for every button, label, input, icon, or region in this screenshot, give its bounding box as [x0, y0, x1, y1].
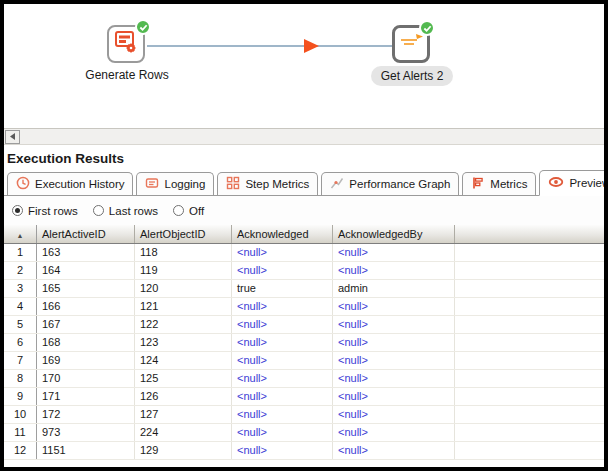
table-cell[interactable]: 121: [135, 298, 232, 315]
table-cell[interactable]: 973: [37, 424, 135, 441]
table-cell[interactable]: <null>: [333, 424, 455, 441]
table-cell[interactable]: 171: [37, 388, 135, 405]
column-header-acknowledgedby[interactable]: AcknowledgedBy: [333, 225, 455, 243]
table-cell-empty[interactable]: [455, 334, 604, 351]
column-header-acknowledged[interactable]: Acknowledged: [232, 225, 333, 243]
table-cell[interactable]: 118: [135, 244, 232, 261]
table-cell[interactable]: 1151: [37, 442, 135, 459]
row-number-cell[interactable]: 3: [4, 280, 37, 297]
tab-logging[interactable]: Logging: [136, 172, 214, 195]
table-cell[interactable]: <null>: [232, 406, 333, 423]
table-row[interactable]: 121151129<null><null>: [4, 442, 604, 460]
column-header-empty[interactable]: [455, 225, 604, 243]
row-number-cell[interactable]: 8: [4, 370, 37, 387]
table-cell[interactable]: <null>: [333, 298, 455, 315]
step-generate-rows[interactable]: [107, 25, 145, 63]
table-cell[interactable]: <null>: [232, 262, 333, 279]
table-cell[interactable]: 170: [37, 370, 135, 387]
step-label-get-alerts-2[interactable]: Get Alerts 2: [357, 69, 467, 83]
table-row[interactable]: 6168123<null><null>: [4, 334, 604, 352]
table-row[interactable]: 7169124<null><null>: [4, 352, 604, 370]
table-cell[interactable]: <null>: [333, 316, 455, 333]
table-cell-empty[interactable]: [455, 424, 604, 441]
tab-step-metrics[interactable]: Step Metrics: [217, 172, 318, 195]
table-row[interactable]: 2164119<null><null>: [4, 262, 604, 280]
column-header-alertactiveid[interactable]: AlertActiveID: [37, 225, 135, 243]
row-number-cell[interactable]: 10: [4, 406, 37, 423]
row-number-cell[interactable]: 6: [4, 334, 37, 351]
table-cell[interactable]: true: [232, 280, 333, 297]
radio-button[interactable]: [173, 205, 184, 216]
table-cell[interactable]: 165: [37, 280, 135, 297]
column-header-alertobjectid[interactable]: AlertObjectID: [135, 225, 232, 243]
radio-option-off[interactable]: Off: [173, 205, 204, 217]
table-cell[interactable]: <null>: [232, 352, 333, 369]
table-cell[interactable]: <null>: [333, 334, 455, 351]
table-cell-empty[interactable]: [455, 352, 604, 369]
row-number-cell[interactable]: 4: [4, 298, 37, 315]
table-cell-empty[interactable]: [455, 388, 604, 405]
table-cell[interactable]: 124: [135, 352, 232, 369]
scroll-left-button[interactable]: [5, 130, 20, 144]
table-cell[interactable]: 224: [135, 424, 232, 441]
table-cell[interactable]: 127: [135, 406, 232, 423]
table-cell[interactable]: 123: [135, 334, 232, 351]
table-cell[interactable]: 126: [135, 388, 232, 405]
radio-button[interactable]: [93, 205, 104, 216]
table-cell[interactable]: <null>: [232, 244, 333, 261]
table-cell[interactable]: 119: [135, 262, 232, 279]
row-number-cell[interactable]: 9: [4, 388, 37, 405]
table-row[interactable]: 4166121<null><null>: [4, 298, 604, 316]
tab-execution-history[interactable]: Execution History: [7, 172, 133, 195]
table-cell[interactable]: <null>: [232, 424, 333, 441]
table-cell[interactable]: admin: [333, 280, 455, 297]
canvas-horizontal-scrollbar[interactable]: [4, 128, 604, 145]
table-cell[interactable]: <null>: [232, 442, 333, 459]
transformation-canvas[interactable]: Generate Rows Get Alerts 2: [4, 4, 604, 128]
row-number-cell[interactable]: 5: [4, 316, 37, 333]
table-cell[interactable]: 166: [37, 298, 135, 315]
table-cell-empty[interactable]: [455, 244, 604, 261]
table-cell[interactable]: <null>: [232, 298, 333, 315]
table-cell[interactable]: 164: [37, 262, 135, 279]
table-cell[interactable]: 122: [135, 316, 232, 333]
table-cell[interactable]: <null>: [232, 388, 333, 405]
table-cell[interactable]: <null>: [232, 316, 333, 333]
radio-option-last-rows[interactable]: Last rows: [93, 205, 158, 217]
table-cell[interactable]: 129: [135, 442, 232, 459]
table-cell[interactable]: 125: [135, 370, 232, 387]
tab-metrics[interactable]: Metrics: [462, 172, 536, 195]
table-row[interactable]: 5167122<null><null>: [4, 316, 604, 334]
table-cell[interactable]: <null>: [333, 244, 455, 261]
row-number-cell[interactable]: 7: [4, 352, 37, 369]
table-cell[interactable]: <null>: [333, 406, 455, 423]
table-cell-empty[interactable]: [455, 298, 604, 315]
table-cell[interactable]: <null>: [333, 388, 455, 405]
table-row[interactable]: 8170125<null><null>: [4, 370, 604, 388]
radio-option-first-rows[interactable]: First rows: [12, 205, 78, 217]
row-number-cell[interactable]: 1: [4, 244, 37, 261]
step-get-alerts-2[interactable]: [392, 25, 430, 63]
table-cell-empty[interactable]: [455, 262, 604, 279]
table-cell[interactable]: <null>: [232, 334, 333, 351]
row-number-cell[interactable]: 2: [4, 262, 37, 279]
table-cell[interactable]: 168: [37, 334, 135, 351]
row-number-cell[interactable]: 12: [4, 442, 37, 459]
table-cell[interactable]: <null>: [333, 442, 455, 459]
table-cell[interactable]: 163: [37, 244, 135, 261]
table-cell[interactable]: <null>: [333, 370, 455, 387]
table-cell-empty[interactable]: [455, 370, 604, 387]
step-label-generate-rows[interactable]: Generate Rows: [57, 68, 197, 82]
table-cell-empty[interactable]: [455, 280, 604, 297]
table-cell[interactable]: <null>: [232, 370, 333, 387]
table-cell-empty[interactable]: [455, 316, 604, 333]
table-row[interactable]: 10172127<null><null>: [4, 406, 604, 424]
tab-preview-data[interactable]: Preview data: [539, 170, 608, 196]
table-cell[interactable]: <null>: [333, 262, 455, 279]
table-row[interactable]: 11973224<null><null>: [4, 424, 604, 442]
table-cell[interactable]: 167: [37, 316, 135, 333]
table-cell-empty[interactable]: [455, 442, 604, 459]
table-cell[interactable]: 169: [37, 352, 135, 369]
row-number-cell[interactable]: 11: [4, 424, 37, 441]
table-cell[interactable]: 120: [135, 280, 232, 297]
